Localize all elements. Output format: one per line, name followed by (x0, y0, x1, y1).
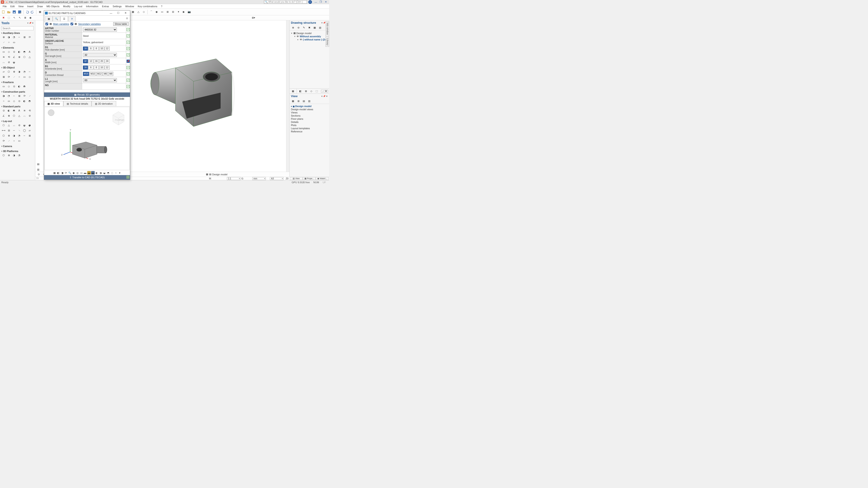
section-dplatforms[interactable]: ▿3D Platforms (1, 150, 34, 153)
preview-tool[interactable]: ▬ (84, 171, 87, 175)
tool-button[interactable]: ⬠ (22, 55, 27, 59)
parts-3d-preview[interactable]: Front Right Y X Z (44, 107, 129, 170)
refresh-tool[interactable]: ◉ (28, 15, 33, 20)
toolbar-button[interactable]: ⊞ (165, 9, 170, 14)
tool-button[interactable]: ◐ (6, 108, 11, 113)
tool-button[interactable]: ⊙ (17, 99, 22, 103)
param-option[interactable]: 20 (99, 59, 104, 63)
param-option[interactable]: 6 (88, 46, 93, 51)
tool-button[interactable]: ⟋ (1, 40, 6, 44)
tool-button[interactable]: ▱ (1, 69, 6, 74)
param-option[interactable]: 16 (83, 46, 88, 51)
tool-button[interactable]: ◑ (17, 69, 22, 74)
tool-button[interactable]: ⊘ (27, 113, 32, 118)
tool-button[interactable]: ⟋ (6, 138, 11, 143)
preview-tool[interactable]: ▬ (87, 171, 91, 175)
vertical-tab[interactable]: Library (326, 37, 329, 47)
param-confirm[interactable]: ✓ (126, 39, 130, 45)
help-hint[interactable]: ?? (36, 177, 39, 180)
parts-tab-params[interactable]: ☰ (60, 16, 68, 21)
preview-tool[interactable]: ◌ (110, 171, 114, 175)
tool-button[interactable]: ⊗ (6, 133, 11, 138)
menu-modify[interactable]: Modify (61, 4, 72, 8)
parts-minimize-button[interactable]: — (107, 11, 115, 15)
tool-button[interactable]: ◔ (22, 69, 27, 74)
toolbar-button[interactable]: ⊟ (170, 9, 176, 14)
bottom-btn-materi[interactable]: ◉Materi... (316, 177, 329, 180)
select-tool[interactable]: ⬚ (6, 15, 11, 20)
param-confirm[interactable]: ✓ (126, 77, 130, 83)
tool-button[interactable]: ○ (17, 74, 22, 79)
menu-layout[interactable]: Lay-out (72, 4, 84, 8)
param-option[interactable]: 16 (83, 66, 88, 70)
tool-button[interactable]: ▭ (1, 50, 6, 54)
param-option[interactable]: M8 (108, 72, 113, 76)
show-table-button[interactable]: Show table (113, 22, 129, 26)
tool-button[interactable]: ◒ (12, 60, 16, 64)
tool-button[interactable]: ⬡ (1, 153, 6, 158)
param-option[interactable]: 6 (88, 66, 93, 70)
tool-button[interactable]: ⊘ (17, 123, 22, 127)
param-option[interactable]: 12 (105, 66, 110, 70)
tool-button[interactable]: ▱ (27, 128, 32, 133)
parts-maximize-button[interactable]: ☐ (115, 11, 122, 15)
close-icon[interactable]: ✕ (32, 22, 34, 24)
param-confirm[interactable]: ✓ (126, 26, 130, 33)
toolbar-button[interactable]: 📷 (187, 9, 192, 14)
tool-button[interactable]: ○ (1, 99, 6, 103)
window-minimize-button[interactable]: — (313, 0, 318, 4)
tab-3d-view[interactable]: ▦3D view (44, 101, 63, 106)
tool-button[interactable]: ⊙ (1, 108, 6, 113)
preview-tool[interactable]: ○ (114, 171, 118, 175)
tool-button[interactable]: ◇ (12, 99, 16, 103)
tool-button[interactable]: ◇ (27, 74, 32, 79)
w-indicator[interactable]: ⟋ W (321, 90, 328, 93)
tool-button[interactable]: △ (17, 113, 22, 118)
param-confirm[interactable]: ✓ (126, 33, 130, 39)
tool-button[interactable]: ⊞ (27, 133, 32, 138)
info-badge[interactable]: i1 (308, 0, 312, 4)
param-confirm[interactable]: ✓ (126, 84, 130, 90)
tool-button[interactable]: ◇ (6, 50, 11, 54)
secondary-vars-link[interactable]: Secondary variables (78, 23, 101, 25)
tool-button[interactable]: ⬡ (1, 133, 6, 138)
tool-button[interactable]: ◐ (17, 84, 22, 89)
preview-tool[interactable]: ◒ (103, 171, 106, 175)
menu-edit[interactable]: Edit (8, 4, 17, 8)
menu-information[interactable]: Information (84, 4, 100, 8)
recalc-button[interactable]: ▦ Recalc 3D geometry (44, 92, 130, 97)
tool-button[interactable]: ◐ (22, 99, 27, 103)
tool-button[interactable]: ◑ (6, 35, 11, 39)
main-vars-checkbox[interactable] (45, 23, 48, 25)
tool-button[interactable]: ⊗ (12, 69, 16, 74)
mid-tool[interactable]: ⬚ (314, 89, 319, 94)
param-confirm[interactable]: 📌 (126, 58, 130, 64)
tab-2d-derivation[interactable]: ▥2D derivation (92, 101, 116, 106)
toolbar-button[interactable]: ▦ (130, 9, 135, 14)
unit-combo[interactable]: mm (252, 177, 266, 180)
param-confirm[interactable]: ✓ (126, 52, 130, 58)
tool-button[interactable]: ▭ (12, 40, 16, 44)
tool-button[interactable]: ⊙ (12, 84, 16, 89)
param-option[interactable]: M12 (96, 72, 102, 76)
param-option[interactable]: 8 (94, 46, 99, 51)
layer-icon[interactable]: ▤ (36, 162, 41, 166)
param-option[interactable]: M6 (103, 72, 108, 76)
tool-button[interactable]: ◑ (1, 94, 6, 98)
param-confirm[interactable]: ✓ (126, 64, 130, 70)
preview-tool[interactable]: 🔍 (68, 171, 72, 175)
tool-button[interactable]: ◔ (17, 153, 22, 158)
ds-tool[interactable]: ✎ (301, 25, 306, 30)
param-confirm[interactable]: ✓ (126, 45, 130, 52)
tool-button[interactable]: ⟳ (1, 138, 6, 143)
ds-tool[interactable]: ⊖ (296, 25, 301, 30)
view-item[interactable]: Reference (291, 130, 328, 133)
tool-button[interactable]: ≋ (22, 108, 27, 113)
tool-button[interactable]: ⬠ (1, 123, 6, 127)
pointer-tool[interactable]: ↖ (17, 15, 22, 20)
toolbar-button[interactable]: ◉ (154, 9, 159, 14)
tool-button[interactable]: ⊕ (17, 55, 22, 59)
view-tool[interactable]: ⊞ (296, 99, 301, 104)
mid-tool[interactable]: ⊞ (303, 89, 308, 94)
grid-toggle[interactable]: ⊞▾ (251, 15, 256, 20)
